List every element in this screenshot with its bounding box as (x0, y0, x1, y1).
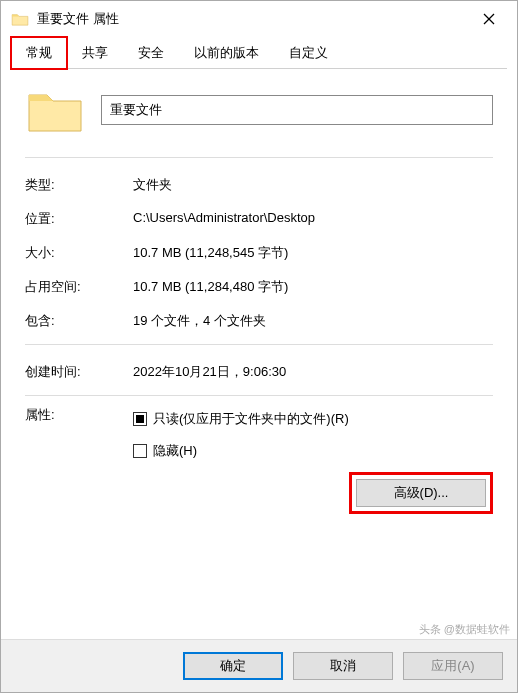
tab-security[interactable]: 安全 (123, 37, 179, 69)
type-value: 文件夹 (133, 176, 493, 194)
tab-general[interactable]: 常规 (11, 37, 67, 69)
location-label: 位置: (25, 210, 133, 228)
location-value: C:\Users\Administrator\Desktop (133, 210, 493, 228)
separator (25, 157, 493, 158)
tab-sharing[interactable]: 共享 (67, 37, 123, 69)
dialog-footer: 确定 取消 应用(A) (1, 639, 517, 692)
ok-button[interactable]: 确定 (183, 652, 283, 680)
separator (25, 395, 493, 396)
size-on-disk-value: 10.7 MB (11,284,480 字节) (133, 278, 493, 296)
created-label: 创建时间: (25, 363, 133, 381)
folder-large-icon (25, 85, 85, 135)
readonly-checkbox[interactable] (133, 412, 147, 426)
titlebar: 重要文件 属性 (1, 1, 517, 37)
tab-strip: 常规 共享 安全 以前的版本 自定义 (1, 37, 517, 69)
size-on-disk-label: 占用空间: (25, 278, 133, 296)
size-value: 10.7 MB (11,248,545 字节) (133, 244, 493, 262)
type-label: 类型: (25, 176, 133, 194)
tab-previous-versions[interactable]: 以前的版本 (179, 37, 274, 69)
tab-content-general: 类型: 文件夹 位置: C:\Users\Administrator\Deskt… (1, 69, 517, 639)
attributes-label: 属性: (25, 406, 133, 514)
folder-icon (11, 12, 29, 26)
tab-customize[interactable]: 自定义 (274, 37, 343, 69)
hidden-label: 隐藏(H) (153, 442, 197, 460)
close-button[interactable] (467, 4, 511, 34)
properties-dialog: 重要文件 属性 常规 共享 安全 以前的版本 自定义 类型: 文件夹 (0, 0, 518, 693)
created-value: 2022年10月21日，9:06:30 (133, 363, 493, 381)
contains-label: 包含: (25, 312, 133, 330)
close-icon (483, 13, 495, 25)
readonly-label: 只读(仅应用于文件夹中的文件)(R) (153, 410, 349, 428)
folder-name-input[interactable] (101, 95, 493, 125)
cancel-button[interactable]: 取消 (293, 652, 393, 680)
hidden-checkbox[interactable] (133, 444, 147, 458)
size-label: 大小: (25, 244, 133, 262)
advanced-button[interactable]: 高级(D)... (356, 479, 486, 507)
advanced-highlight: 高级(D)... (349, 472, 493, 514)
apply-button[interactable]: 应用(A) (403, 652, 503, 680)
window-title: 重要文件 属性 (37, 10, 467, 28)
contains-value: 19 个文件，4 个文件夹 (133, 312, 493, 330)
separator (25, 344, 493, 345)
